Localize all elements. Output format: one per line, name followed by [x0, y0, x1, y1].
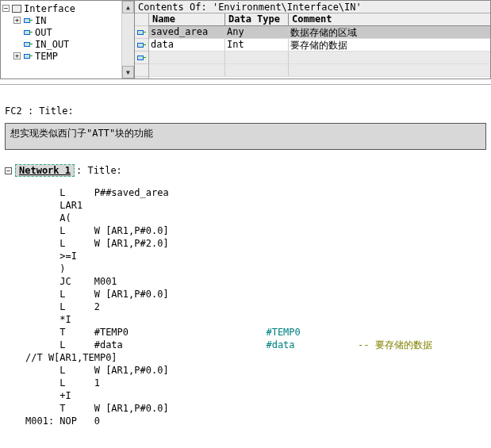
cell-comment[interactable]: 数据存储的区域: [289, 26, 490, 38]
tree-item-label: TEMP: [35, 51, 58, 62]
block-title-box[interactable]: 想实现类似西门子"ATT"块的功能: [5, 123, 486, 150]
cell-name[interactable]: data: [149, 39, 225, 51]
grid-header: Name Data Type Comment: [149, 13, 490, 26]
variable-grid-panel: Contents Of: 'Environment\Interface\IN' …: [135, 1, 490, 78]
interface-tree[interactable]: − Interface +INOUTIN_OUT+TEMP ▲ ▼: [1, 1, 135, 78]
var-folder-icon: [22, 29, 33, 36]
stl-code[interactable]: L P##saved_area LAR1 A( L W [AR1,P#0.0] …: [25, 186, 486, 427]
tree-item[interactable]: +TEMP: [2, 50, 134, 62]
tree-item[interactable]: IN_OUT: [2, 38, 134, 50]
network-title-suffix: : Title:: [76, 165, 122, 176]
tree-root[interactable]: − Interface: [2, 2, 134, 14]
var-row-icon: [136, 41, 147, 49]
tree-item-label: OUT: [35, 27, 52, 38]
col-name[interactable]: Name: [149, 13, 225, 25]
var-folder-icon: [22, 40, 33, 48]
tree-item[interactable]: +IN: [2, 14, 134, 26]
tree-scrollbar[interactable]: ▲ ▼: [121, 1, 134, 78]
var-folder-icon: [22, 52, 33, 60]
table-row[interactable]: saved_areaAny数据存储的区域: [149, 26, 490, 39]
cell-name[interactable]: saved_area: [149, 26, 225, 38]
expander-icon[interactable]: +: [13, 52, 21, 59]
cell-type[interactable]: Int: [225, 39, 289, 51]
code-editor: FC2 : Title: 想实现类似西门子"ATT"块的功能 − Network…: [0, 84, 491, 432]
variable-grid[interactable]: Name Data Type Comment saved_areaAny数据存储…: [149, 13, 490, 78]
var-row-icon: [136, 54, 147, 62]
expander-icon[interactable]: +: [13, 17, 21, 24]
expander-icon[interactable]: −: [2, 5, 10, 12]
tree-item-label: IN_OUT: [35, 39, 69, 50]
table-row[interactable]: dataInt要存储的数据: [149, 39, 490, 52]
fc-title: FC2 : Title:: [5, 105, 486, 117]
var-row-icon: [136, 29, 147, 36]
tree-root-label: Interface: [24, 3, 75, 14]
path-bar: Contents Of: 'Environment\Interface\IN': [135, 1, 490, 13]
table-row-empty[interactable]: [149, 64, 490, 77]
cell-comment[interactable]: 要存储的数据: [289, 39, 490, 51]
cell-type[interactable]: Any: [225, 26, 289, 38]
interface-icon: [11, 4, 22, 13]
tree-item-label: IN: [35, 15, 46, 26]
var-folder-icon: [22, 17, 33, 25]
scroll-up-icon[interactable]: ▲: [122, 1, 134, 13]
grid-gutter: [135, 13, 149, 78]
scroll-down-icon[interactable]: ▼: [122, 66, 134, 78]
network-expander-icon[interactable]: −: [5, 167, 12, 174]
col-type[interactable]: Data Type: [225, 13, 289, 25]
top-panel: − Interface +INOUTIN_OUT+TEMP ▲ ▼ Conten…: [0, 0, 491, 79]
tree-item[interactable]: OUT: [2, 26, 134, 38]
network-label[interactable]: Network 1: [15, 164, 75, 177]
table-row-empty[interactable]: [149, 52, 490, 64]
col-comment[interactable]: Comment: [289, 13, 490, 25]
network-header[interactable]: − Network 1 : Title:: [5, 164, 486, 177]
